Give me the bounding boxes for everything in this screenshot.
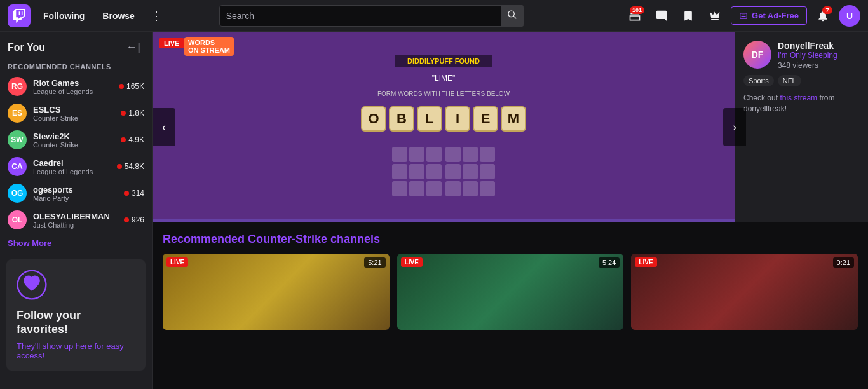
- channel-item[interactable]: OL OLESYALIBERMAN Just Chatting 926: [0, 207, 152, 233]
- sidebar-title: For You: [8, 42, 45, 53]
- collapse-sidebar-button[interactable]: ←|: [122, 39, 144, 55]
- follow-title: Follow your favorites!: [17, 309, 135, 336]
- live-indicator: [117, 164, 122, 169]
- channel-name: Caedrel: [33, 158, 111, 168]
- main-layout: For You ←| RECOMMENDED CHANNELS RG Riot …: [0, 32, 868, 389]
- channel-info: Riot Games League of Legends: [33, 78, 112, 95]
- channel-info: OLESYALIBERMAN Just Chatting: [33, 212, 118, 229]
- channel-item[interactable]: RG Riot Games League of Legends 165K: [0, 73, 152, 100]
- card-duration: 0:21: [833, 257, 854, 268]
- streamer-stream-title: I'm Only Sleeping: [778, 51, 837, 60]
- channel-viewers: 1.8K: [121, 109, 144, 118]
- whispers-button[interactable]: [651, 5, 672, 27]
- twitch-logo[interactable]: [8, 4, 31, 27]
- get-ad-free-button[interactable]: Get Ad-Free: [731, 6, 807, 25]
- channel-name: ogesports: [33, 185, 118, 194]
- browse-nav-link[interactable]: Browse: [97, 8, 140, 24]
- channel-item[interactable]: SW Stewie2K Counter-Strike 4.9K: [0, 126, 152, 153]
- channel-game: League of Legends: [33, 88, 112, 95]
- card-duration: 5:21: [364, 257, 385, 268]
- bookmarks-button[interactable]: [677, 5, 699, 27]
- channel-viewers: 4.9K: [121, 135, 144, 144]
- search-input[interactable]: [226, 11, 496, 21]
- channels-list: RG Riot Games League of Legends 165K ES …: [0, 73, 152, 233]
- streamer-avatar[interactable]: DF: [743, 41, 771, 69]
- channel-item[interactable]: ES ESLCS Counter-Strike 1.8K: [0, 100, 152, 126]
- card-thumbnail: LIVE 0:21: [631, 254, 858, 330]
- viewer-count: 348 viewers: [778, 61, 837, 70]
- grid-right: [445, 147, 495, 196]
- next-stream-button[interactable]: ›: [723, 108, 746, 146]
- tile-o: O: [361, 106, 386, 132]
- streamer-details: DonyellFreak I'm Only Sleeping 348 viewe…: [778, 41, 837, 70]
- nav-right: 101 Get Ad-Free 7 U: [624, 5, 860, 27]
- user-avatar[interactable]: U: [839, 5, 860, 27]
- grid-section: [392, 142, 495, 196]
- show-more-button[interactable]: Show More: [0, 233, 152, 253]
- prev-stream-button[interactable]: ‹: [153, 108, 175, 146]
- more-nav-button[interactable]: ⋮: [147, 7, 165, 25]
- tile-m: M: [501, 106, 526, 132]
- live-indicator: [124, 217, 129, 222]
- top-navigation: Following Browse ⋮ 101 Get Ad-Free 7 U: [0, 0, 868, 32]
- card-duration: 5:24: [599, 257, 620, 268]
- tile-e: E: [473, 106, 498, 132]
- channel-name: Stewie2K: [33, 132, 114, 141]
- channel-name: Riot Games: [33, 78, 112, 88]
- stream-tag[interactable]: Sports: [743, 75, 774, 86]
- crown-button[interactable]: [704, 5, 726, 27]
- letter-tiles: O B L I E M: [361, 106, 526, 132]
- sidebar: For You ←| RECOMMENDED CHANNELS RG Riot …: [0, 32, 153, 389]
- channel-avatar: OL: [8, 210, 27, 229]
- search-button[interactable]: [501, 5, 524, 27]
- channel-avatar: OG: [8, 184, 27, 203]
- main-content: ‹ LIVE WORDSON STREAM DIDDILYPUFF FOUND …: [153, 32, 868, 389]
- viewer-count: 314: [132, 189, 144, 198]
- activity-feed-button[interactable]: 101: [624, 5, 646, 27]
- channel-avatar: ES: [8, 104, 27, 123]
- viewer-count: 165K: [126, 82, 144, 91]
- viewer-count: 1.8K: [128, 109, 144, 118]
- channel-name: OLESYALIBERMAN: [33, 212, 118, 221]
- channel-item[interactable]: OG ogesports Mario Party 314: [0, 180, 152, 207]
- live-badge: LIVE: [159, 38, 184, 48]
- stream-card[interactable]: LIVE 5:21: [163, 254, 390, 330]
- stream-tags: SportsNFL: [743, 75, 859, 86]
- recommended-section: Recommended Counter-Strike channels LIVE…: [153, 222, 868, 330]
- card-thumbnail: LIVE 5:24: [397, 254, 624, 330]
- channel-item[interactable]: CA Caedrel League of Legends 54.8K: [0, 153, 152, 180]
- stream-description: Check out this stream from DonyellFreak!: [743, 93, 859, 114]
- rec-title-link[interactable]: Counter-Strike: [248, 233, 327, 245]
- card-live-badge: LIVE: [401, 257, 423, 267]
- featured-container: ‹ LIVE WORDSON STREAM DIDDILYPUFF FOUND …: [153, 32, 868, 222]
- channel-avatar: SW: [8, 130, 27, 149]
- card-thumbnail: LIVE 5:21: [163, 254, 390, 330]
- stream-video-preview[interactable]: LIVE WORDSON STREAM DIDDILYPUFF FOUND "L…: [153, 32, 735, 222]
- channel-game: Mario Party: [33, 194, 118, 202]
- user-notifications-button[interactable]: 7: [812, 5, 834, 27]
- featured-stream: ‹ LIVE WORDSON STREAM DIDDILYPUFF FOUND …: [153, 32, 868, 222]
- streamer-name[interactable]: DonyellFreak: [778, 41, 837, 51]
- rec-title-suffix: channels: [327, 233, 380, 245]
- live-indicator: [121, 111, 126, 116]
- tile-b: B: [389, 106, 414, 132]
- channel-info: Caedrel League of Legends: [33, 158, 111, 175]
- channel-info: ESLCS Counter-Strike: [33, 105, 114, 122]
- streamer-name-desc: DonyellFreak: [743, 104, 785, 113]
- following-nav-link[interactable]: Following: [38, 8, 90, 24]
- stream-card[interactable]: LIVE 0:21: [631, 254, 858, 330]
- word-game-background: WORDSON STREAM DIDDILYPUFF FOUND "LIME" …: [153, 32, 735, 219]
- channel-game: Counter-Strike: [33, 114, 114, 122]
- channel-avatar: RG: [8, 77, 27, 96]
- channel-viewers: 165K: [119, 82, 144, 91]
- wos-logo: WORDSON STREAM: [184, 37, 234, 56]
- card-live-badge: LIVE: [166, 257, 188, 267]
- tile-l: L: [417, 106, 442, 132]
- stream-tag[interactable]: NFL: [778, 75, 801, 86]
- streamer-link[interactable]: this stream: [780, 93, 817, 102]
- channel-viewers: 54.8K: [117, 162, 144, 171]
- stream-card[interactable]: LIVE 5:24: [397, 254, 624, 330]
- channel-game: League of Legends: [33, 168, 111, 175]
- viewer-count: 4.9K: [128, 135, 144, 144]
- channel-name: ESLCS: [33, 105, 114, 114]
